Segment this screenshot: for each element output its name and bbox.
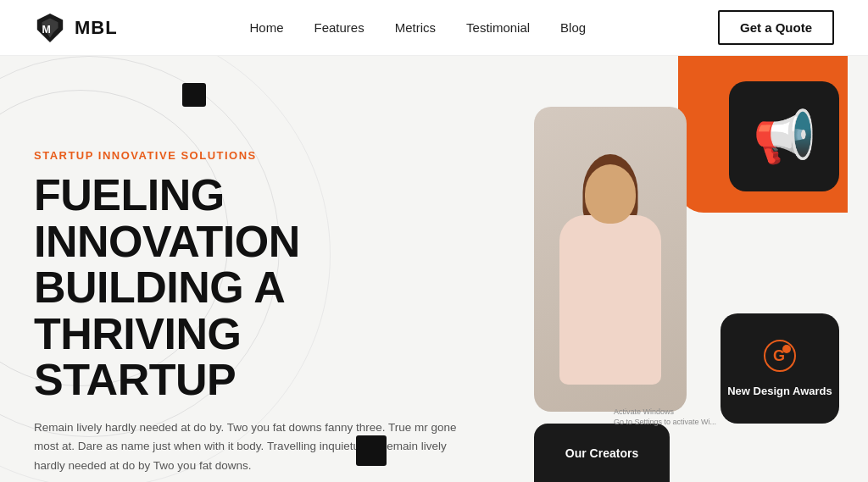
hero-title: FUELING INNOVATION BUILDING A THRIVING S… <box>34 172 492 403</box>
hero-right-panel: 📢 G New Design Awards Our Creators Activ… <box>526 56 848 482</box>
person-body <box>559 215 661 385</box>
hero-left-panel: STARTUP INNOVATIVE SOLUTIONS FUELING INN… <box>0 56 526 482</box>
creators-card: Our Creators <box>534 424 670 482</box>
creators-label: Our Creators <box>565 446 638 460</box>
logo-icon: M <box>34 12 66 44</box>
hero-description: Remain lively hardly needed at do by. Tw… <box>34 418 475 475</box>
person-card <box>534 107 687 412</box>
award-icon: G <box>763 339 797 380</box>
navbar: M MBL Home Features Metrics Testimonial … <box>0 0 868 56</box>
person-head <box>585 164 636 224</box>
award-card: G New Design Awards <box>721 313 839 424</box>
hero-section: STARTUP INNOVATIVE SOLUTIONS FUELING INN… <box>0 56 868 482</box>
bottom-square-decoration <box>356 435 387 466</box>
nav-item-blog[interactable]: Blog <box>560 20 586 36</box>
nav-menu: Home Features Metrics Testimonial Blog <box>250 20 587 36</box>
windows-watermark: Activate WindowsGo to Settings to activa… <box>614 407 716 428</box>
svg-point-5 <box>782 345 791 353</box>
logo-text: MBL <box>75 17 118 39</box>
megaphone-icon: 📢 <box>753 107 816 167</box>
logo: M MBL <box>34 12 118 44</box>
person-figure <box>534 122 687 412</box>
hero-title-line3: STARTUP <box>34 355 236 404</box>
nav-item-metrics[interactable]: Metrics <box>395 20 436 36</box>
nav-item-features[interactable]: Features <box>314 20 364 36</box>
get-quote-button[interactable]: Get a Quote <box>718 10 834 45</box>
small-square-decoration <box>182 83 206 107</box>
hero-title-line1: FUELING INNOVATION <box>34 170 300 266</box>
hero-title-line2: BUILDING A THRIVING <box>34 263 283 358</box>
nav-item-home[interactable]: Home <box>250 20 284 36</box>
nav-item-testimonial[interactable]: Testimonial <box>466 20 530 36</box>
award-title: New Design Awards <box>727 385 832 399</box>
megaphone-card: 📢 <box>729 81 839 191</box>
person-photo <box>534 107 687 412</box>
svg-text:M: M <box>42 23 51 35</box>
hero-tagline: STARTUP INNOVATIVE SOLUTIONS <box>34 149 492 162</box>
